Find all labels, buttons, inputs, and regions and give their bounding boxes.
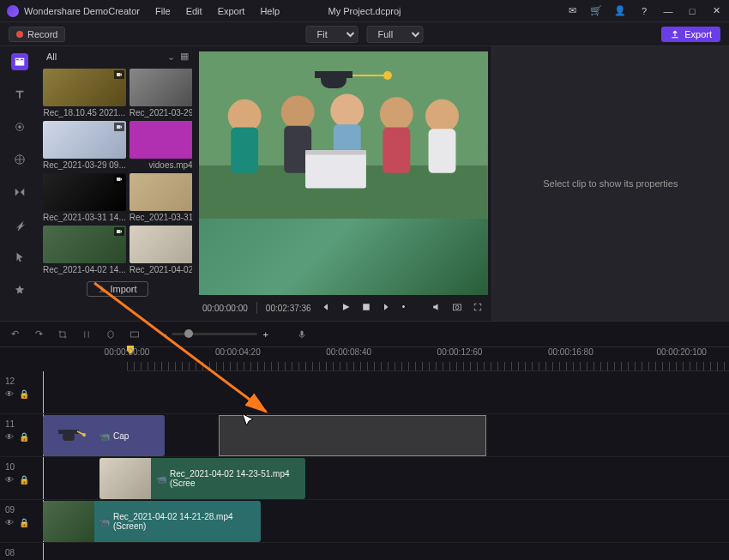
- preview-canvas[interactable]: [199, 51, 488, 295]
- svg-rect-9: [117, 230, 121, 233]
- full-select[interactable]: Full: [367, 26, 424, 43]
- window-maximize[interactable]: □: [686, 6, 698, 16]
- media-thumb[interactable]: Rec_2021-03-29 09...: [43, 121, 126, 170]
- fit-select[interactable]: Fit: [306, 26, 358, 43]
- svg-point-15: [281, 95, 315, 129]
- grid-view-icon[interactable]: ▦: [180, 51, 192, 63]
- zoom-out-icon[interactable]: −: [161, 329, 166, 340]
- project-title: My Project.dcproj: [328, 6, 401, 16]
- clip-cap[interactable]: 📹Cap: [43, 415, 165, 456]
- menu-help[interactable]: Help: [260, 6, 280, 16]
- lock-icon[interactable]: 🔒: [19, 518, 29, 527]
- rail-media-icon[interactable]: [11, 53, 28, 70]
- svg-point-21: [425, 99, 459, 133]
- track-10[interactable]: 📹Rec_2021-04-02 14-23-51.mp4 (Scree: [43, 457, 729, 500]
- cap-overlay[interactable]: [315, 71, 352, 88]
- crop-button[interactable]: [57, 328, 69, 340]
- split-button[interactable]: [81, 328, 93, 340]
- media-thumb[interactable]: Rec_2021-04-02 14...: [130, 226, 192, 274]
- properties-empty-text: Select clip to show its properties: [543, 178, 678, 189]
- voiceover-mic-icon[interactable]: [296, 328, 308, 340]
- timeline-ruler[interactable]: 00:00:00:0000:00:04:2000:00:08:4000:00:1…: [127, 347, 729, 371]
- tracks[interactable]: 📹Cap 📹Rec_2021-04-02 14-23-51.mp4 (Scree…: [43, 371, 729, 560]
- side-rail: [0, 46, 39, 321]
- lock-icon[interactable]: 🔒: [19, 432, 29, 442]
- redo-button[interactable]: ↷: [33, 328, 45, 340]
- media-thumb[interactable]: Rec_2021-03-31 14...: [43, 173, 126, 222]
- media-thumb[interactable]: Rec_2021-03-31 16...: [130, 173, 192, 222]
- menu-edit[interactable]: Edit: [186, 6, 202, 16]
- import-button[interactable]: Import: [87, 281, 148, 297]
- main-row: All ⌄ ▦ Rec_18.10.45 2021...Rec_2021-03-…: [0, 46, 729, 321]
- stop-button[interactable]: [361, 302, 373, 314]
- lock-icon[interactable]: 🔒: [19, 475, 29, 485]
- clip-thumb: [43, 501, 94, 542]
- clip-video-1[interactable]: 📹Rec_2021-04-02 14-23-51.mp4 (Scree: [99, 458, 305, 499]
- zoom-slider[interactable]: [172, 333, 257, 335]
- eye-icon[interactable]: 👁: [5, 389, 14, 399]
- rail-effects-icon[interactable]: [11, 216, 28, 233]
- ruler-tick-label: 00:00:00:00: [105, 347, 150, 357]
- svg-rect-29: [300, 330, 303, 335]
- caption-tool[interactable]: [129, 328, 141, 340]
- toolbar: Record Fit Full Export: [0, 22, 729, 46]
- rail-audio-icon[interactable]: [11, 118, 28, 135]
- lock-icon[interactable]: 🔒: [19, 389, 29, 399]
- svg-rect-5: [117, 125, 121, 129]
- track-11[interactable]: 📹Cap: [43, 414, 729, 457]
- svg-point-27: [455, 306, 459, 310]
- record-dot-icon: [16, 31, 23, 38]
- menu-file[interactable]: File: [155, 6, 171, 16]
- media-thumb[interactable]: Rec_2021-04-02 14...: [43, 226, 126, 274]
- prev-frame-button[interactable]: [320, 302, 332, 314]
- menu-export[interactable]: Export: [218, 6, 245, 16]
- undo-button[interactable]: ↶: [9, 328, 21, 340]
- media-thumb[interactable]: Rec_18.10.45 2021...: [43, 69, 126, 117]
- eye-icon[interactable]: 👁: [5, 475, 14, 485]
- clip-camera-icon: 📹: [99, 517, 110, 527]
- window-minimize[interactable]: —: [662, 6, 674, 16]
- ruler-tick-label: 00:00:20:100: [656, 347, 706, 357]
- eye-icon[interactable]: 👁: [5, 432, 14, 442]
- eye-icon[interactable]: 👁: [5, 518, 14, 527]
- track-label-10: 10👁🔒: [0, 457, 43, 500]
- export-button[interactable]: Export: [661, 27, 720, 42]
- app-name: Wondershare DemoCreator: [24, 6, 140, 16]
- next-frame-button[interactable]: [382, 302, 394, 314]
- play-button[interactable]: [340, 302, 352, 314]
- cart-icon[interactable]: 🛒: [590, 5, 602, 16]
- track-labels: 12👁🔒 11👁🔒 10👁🔒 09👁🔒 08: [0, 371, 43, 560]
- snapshot-icon[interactable]: [452, 302, 464, 314]
- rail-text-icon[interactable]: [11, 86, 28, 103]
- svg-rect-7: [117, 178, 121, 181]
- user-icon[interactable]: 👤: [614, 5, 626, 16]
- drop-ghost: [219, 415, 486, 456]
- volume-icon[interactable]: [431, 302, 443, 314]
- track-12[interactable]: [43, 371, 729, 414]
- rail-cursor-icon[interactable]: [11, 249, 28, 266]
- track-08[interactable]: [43, 543, 729, 560]
- clip-camera-icon: 📹: [156, 474, 166, 484]
- track-label-11: 11👁🔒: [0, 414, 43, 457]
- track-label-08: 08: [0, 543, 43, 560]
- rail-transition-icon[interactable]: [11, 184, 28, 201]
- fullscreen-icon[interactable]: [473, 302, 485, 314]
- chevron-down-icon[interactable]: ⌄: [167, 51, 175, 63]
- rail-globe-icon[interactable]: [11, 151, 28, 168]
- media-thumb[interactable]: Rec_2021-03-29 09...: [130, 69, 192, 117]
- track-09[interactable]: 📹Rec_2021-04-02 14-21-28.mp4 (Screen): [43, 500, 729, 543]
- cap-thumb: [43, 415, 94, 456]
- help-icon[interactable]: ?: [638, 6, 650, 16]
- media-filter-label[interactable]: All: [43, 50, 164, 63]
- media-thumb[interactable]: vidoes.mp4: [130, 121, 192, 170]
- clip-video-2[interactable]: 📹Rec_2021-04-02 14-21-28.mp4 (Screen): [43, 501, 261, 542]
- marker-tool[interactable]: [105, 328, 117, 340]
- track-label-12: 12👁🔒: [0, 371, 43, 414]
- rail-sticker-icon[interactable]: [11, 281, 28, 298]
- mail-icon[interactable]: ✉: [566, 5, 578, 16]
- preview-frame: [199, 51, 488, 295]
- marker-button[interactable]: •: [402, 302, 414, 314]
- record-button[interactable]: Record: [9, 27, 65, 42]
- zoom-in-icon[interactable]: +: [262, 329, 268, 340]
- window-close[interactable]: ✕: [710, 5, 722, 16]
